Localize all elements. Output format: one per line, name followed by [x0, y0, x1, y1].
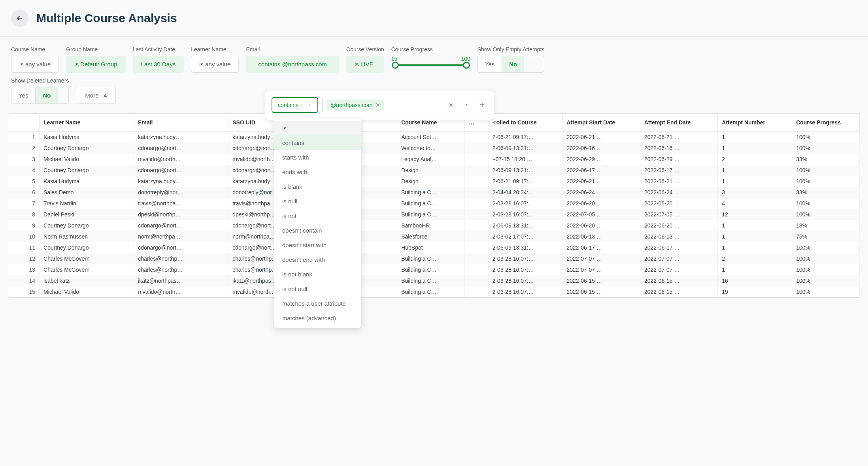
col-header[interactable]: Learner Name — [40, 114, 134, 132]
cell — [464, 176, 488, 187]
remove-tag-icon[interactable]: ✕ — [376, 102, 380, 108]
filter-last-activity[interactable]: Last 30 Days — [133, 56, 184, 73]
cell: 3 — [718, 187, 792, 198]
table-row[interactable]: 8Daniel Peskidpeski@northp…dpeski@northp… — [8, 209, 860, 220]
cell: 100% — [792, 176, 860, 187]
clear-input-icon[interactable]: ✕ — [445, 102, 457, 108]
filter-label-course-name: Course Name — [11, 46, 59, 53]
col-header[interactable]: Course Progress — [792, 114, 860, 132]
cell: 2022-06-17 … — [640, 242, 717, 253]
operator-option-is[interactable]: is — [274, 121, 361, 135]
cell: Building a C… — [397, 264, 465, 275]
cell: Daniel Peski — [40, 209, 134, 220]
cell: 100% — [792, 286, 860, 297]
cell: 6 — [8, 187, 40, 198]
cell: 2-06-09 13:31:… — [488, 220, 562, 231]
filter-label-empty-attempts: Show Only Empty Attempts — [477, 46, 545, 53]
chevron-up-icon — [307, 103, 312, 107]
course-progress-slider[interactable]: 15 100 — [391, 56, 470, 66]
cell: 2022-06-13 … — [562, 231, 640, 242]
cell: 2022-06-15 … — [562, 286, 640, 297]
filter-email[interactable]: contains @northpass.com — [246, 56, 339, 73]
cell — [464, 154, 488, 165]
filter-group-name[interactable]: is Default Group — [66, 56, 125, 73]
results-table: Learner NameEmailSSO UIDGroupsCourse Nam… — [8, 114, 860, 297]
cell — [464, 242, 488, 253]
operator-option-matches-a-user-attribute[interactable]: matches a user attribute — [274, 296, 361, 306]
cell: 2022-06-16 … — [562, 143, 640, 154]
table-row[interactable]: 4Courtney Donargocdonargo@nort…cdonargo@… — [8, 165, 860, 176]
operator-option-is-not-null[interactable]: is not null — [274, 282, 361, 296]
operator-option-doesn-t-contain[interactable]: doesn't contain — [274, 223, 361, 238]
operator-option-starts-with[interactable]: starts with — [274, 150, 361, 165]
col-header[interactable]: Email — [134, 114, 228, 132]
cell: 2022-06-15 … — [562, 275, 640, 286]
empty-attempts-no[interactable]: No — [502, 56, 524, 72]
cell: 2022-06-17 … — [562, 242, 640, 253]
operator-option-is-null[interactable]: is null — [274, 194, 361, 209]
table-row[interactable]: 6Sales Demodonotreply@nor…donotreply@nor… — [8, 187, 860, 198]
operator-option-doesn-t-end-with[interactable]: doesn't end with — [274, 252, 361, 267]
cell: Design — [397, 176, 465, 187]
filter-learner-name[interactable]: is any value — [191, 56, 239, 73]
cell: 33% — [792, 154, 860, 165]
table-row[interactable]: 5Kasia Hudymakatarzyna.hudy…katarzyna.hu… — [8, 176, 860, 187]
table-row[interactable]: 13Charles McGoverncharles@northp…charles… — [8, 264, 860, 275]
col-header[interactable]: Attempt End Date — [640, 114, 717, 132]
slider-thumb-min[interactable] — [392, 62, 399, 69]
table-row[interactable]: 1Kasia Hudymakatarzyna.hudy…katarzyna.hu… — [8, 132, 860, 143]
cell: 19 — [718, 286, 792, 297]
operator-option-is-not-blank[interactable]: is not blank — [274, 267, 361, 282]
operator-select[interactable]: contains — [272, 97, 318, 113]
operator-option-doesn-t-start-with[interactable]: doesn't start with — [274, 238, 361, 252]
cell: Building a C… — [397, 253, 465, 264]
cell: 1 — [718, 220, 792, 231]
input-dropdown-icon[interactable] — [460, 102, 469, 108]
operator-option-contains[interactable]: contains — [274, 135, 361, 150]
cell: 33% — [792, 187, 860, 198]
back-button[interactable] — [11, 9, 28, 27]
operator-value: contains — [278, 102, 298, 108]
filter-course-name[interactable]: is any value — [11, 56, 59, 73]
operator-option-is-not[interactable]: is not — [274, 209, 361, 223]
cell: 2022-06-29 … — [640, 154, 717, 165]
table-row[interactable]: 2Courtney Donargocdonargo@nort…cdonargo@… — [8, 143, 860, 154]
table-row[interactable]: 15Michael Validomvalido@north…mvalido@no… — [8, 286, 860, 297]
cell: 2-06-21 09:17:… — [488, 132, 562, 143]
table-row[interactable]: 3Michael Validomvalido@north…mvalido@nor… — [8, 154, 860, 165]
col-header[interactable]: Attempt Number — [718, 114, 792, 132]
add-condition-icon[interactable] — [477, 100, 487, 111]
operator-option-is-blank[interactable]: is blank — [274, 179, 361, 194]
table-row[interactable]: 9Courtney Donargocdonargo@nort…cdonargo@… — [8, 220, 860, 231]
table-row[interactable]: 14isabel katzikatz@northpas…ikatz@northp… — [8, 275, 860, 286]
email-tag-input[interactable]: @northpass.com ✕ ✕ — [322, 97, 473, 113]
col-header[interactable]: Attempt Start Date — [562, 114, 640, 132]
cell: 3 — [8, 154, 40, 165]
filter-label-course-version: Course Version — [346, 46, 384, 53]
deleted-learners-no[interactable]: No — [35, 87, 58, 103]
cell: 2-03-28 16:07:… — [488, 286, 562, 297]
cell: 2-06-21 09:17:… — [488, 176, 562, 187]
more-filters-button[interactable]: More · 4 — [76, 87, 116, 104]
cell: 2022-07-07 … — [640, 253, 717, 264]
table-row[interactable]: 12Charles McGoverncharles@northp…charles… — [8, 253, 860, 264]
cell: 2022-07-05 … — [640, 209, 717, 220]
operator-option-ends-with[interactable]: ends with — [274, 165, 361, 179]
table-row[interactable]: 11Courtney Donargocdonargo@nort…cdonargo… — [8, 242, 860, 253]
slider-thumb-max[interactable] — [463, 62, 470, 69]
table-row[interactable]: 7Travis Nardintravis@northpa…travis@nort… — [8, 198, 860, 209]
empty-attempts-yes[interactable]: Yes — [478, 56, 502, 72]
cell: 2022-06-20 … — [640, 198, 717, 209]
page-title: Multiple Course Analysis — [36, 11, 177, 25]
deleted-learners-yes[interactable]: Yes — [11, 87, 35, 103]
cell: 2022-06-21 … — [640, 176, 717, 187]
filter-course-version[interactable]: is LIVE — [346, 56, 384, 73]
cell — [464, 198, 488, 209]
col-header[interactable]: -rolled to Course — [488, 114, 562, 132]
cell: 1 — [718, 176, 792, 187]
cell: 10 — [8, 231, 40, 242]
table-row[interactable]: 10Norm Rasmussennorm@northpa…norm@northp… — [8, 231, 860, 242]
cell: 18% — [792, 220, 860, 231]
filter-label-email: Email — [246, 46, 339, 53]
cell: katarzyna.hudy… — [134, 176, 228, 187]
